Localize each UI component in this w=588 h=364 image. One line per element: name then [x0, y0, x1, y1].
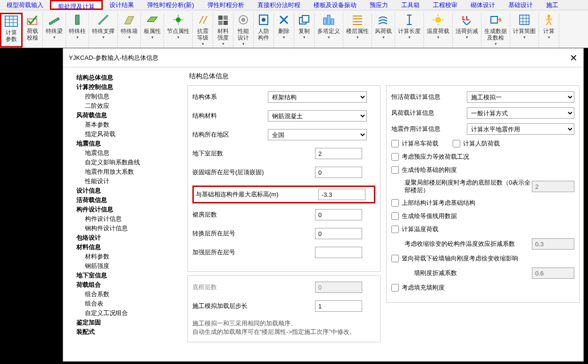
- eq-calc-label: 地震作用计算信息: [391, 125, 467, 133]
- dl-calc-select[interactable]: 施工模拟一: [467, 91, 574, 103]
- tree-node[interactable]: 构件设计信息: [76, 214, 179, 224]
- menu-item[interactable]: 基础设计: [502, 0, 539, 10]
- menu-item[interactable]: 直接积分法时程: [251, 0, 307, 10]
- svg-rect-22: [302, 16, 309, 22]
- chk-defense[interactable]: [453, 140, 460, 147]
- menu-item[interactable]: 砌体设计: [464, 0, 502, 10]
- chk-vertical[interactable]: [391, 255, 399, 262]
- tree-node[interactable]: 设计信息: [76, 186, 179, 195]
- foundation-input[interactable]: [318, 189, 365, 200]
- basement-label: 地下室层数: [192, 149, 315, 158]
- toolbar-button[interactable]: 温度荷载▾: [424, 13, 453, 48]
- chk-infill[interactable]: [391, 284, 399, 291]
- tree-node[interactable]: 钢构件设计信息: [76, 224, 179, 233]
- chk-crane[interactable]: [391, 140, 399, 147]
- toolbar-button[interactable]: 节点属性▾: [164, 13, 193, 48]
- toolbar-button[interactable]: 特殊柱▾: [66, 13, 89, 48]
- tree-node[interactable]: 结构总体信息: [76, 73, 179, 82]
- transfer-input[interactable]: [315, 228, 362, 239]
- menu-item[interactable]: 施工: [539, 0, 565, 10]
- toolbar-button[interactable]: 计算 参数: [0, 13, 23, 48]
- menu-item[interactable]: 设计结果: [103, 0, 141, 10]
- length-icon: [402, 13, 416, 27]
- toolbar-button[interactable]: 计算简图▾: [510, 13, 539, 48]
- toolbar-button[interactable]: 多塔定义▾: [315, 13, 343, 48]
- toolbar-button[interactable]: 计算长度▾: [395, 13, 424, 48]
- tree-node[interactable]: 自定义工况组合: [76, 308, 179, 318]
- toolbar-button[interactable]: 计算▾: [539, 13, 559, 48]
- toolbar-button[interactable]: 生成数据 及数检▾: [481, 13, 510, 48]
- wind-calc-select[interactable]: 一般计算方式: [467, 107, 574, 119]
- tree-node[interactable]: 构件设计信息: [76, 205, 179, 214]
- toolbar-button[interactable]: 风荷载▾: [372, 13, 395, 48]
- podium-input[interactable]: [315, 209, 362, 220]
- tree-node[interactable]: 鉴定加固: [76, 318, 179, 327]
- toolbar-label: 节点属性: [167, 28, 190, 34]
- menu-item[interactable]: 工具箱: [395, 0, 426, 10]
- tree-node[interactable]: 基本参数: [76, 120, 179, 129]
- menu-item[interactable]: 前处理及计算: [50, 0, 103, 10]
- svg-rect-40: [520, 15, 529, 24]
- tree-node[interactable]: 控制信息: [76, 92, 179, 101]
- tree-node[interactable]: 装配式: [76, 327, 179, 337]
- chk-contour[interactable]: [391, 212, 399, 220]
- tree-node[interactable]: 材料参数: [76, 252, 179, 261]
- tree-node[interactable]: 二阶效应: [76, 101, 179, 111]
- embed-input[interactable]: [315, 167, 362, 178]
- chk-temp[interactable]: [391, 226, 399, 233]
- strengthen-input[interactable]: [315, 247, 362, 258]
- tree-node[interactable]: 地下室信息: [76, 271, 179, 280]
- material-select[interactable]: 钢筋混凝土: [268, 110, 367, 121]
- toolbar-button[interactable]: 复制▾: [294, 13, 315, 48]
- svg-point-33: [435, 17, 441, 23]
- menu-item[interactable]: 模型荷载输入: [0, 0, 50, 10]
- toolbar-label: 特殊墙: [121, 28, 138, 34]
- toolbar-button[interactable]: 特殊支撑▾: [89, 13, 118, 48]
- tree-node[interactable]: 地震作用放大系数: [76, 167, 179, 177]
- tree-node[interactable]: 荷载组合: [76, 280, 179, 290]
- tree-node[interactable]: 组合系数: [76, 290, 179, 299]
- tree-node[interactable]: 材料信息: [76, 243, 179, 252]
- tree-node[interactable]: 地震信息: [76, 148, 179, 158]
- struct-system-select[interactable]: 框架结构: [268, 91, 367, 103]
- menu-item[interactable]: 楼板及设备振动: [307, 0, 363, 10]
- chevron-down-icon: ▾: [102, 35, 105, 40]
- slab-icon: [145, 13, 159, 27]
- chevron-down-icon: ▾: [303, 35, 306, 40]
- chk-upper[interactable]: [391, 199, 399, 207]
- menu-item[interactable]: 弹性时程分析: [201, 0, 251, 10]
- toolbar-button[interactable]: 特殊墙▾: [118, 13, 141, 48]
- tree-node[interactable]: 计算控制信息: [76, 82, 179, 92]
- close-icon[interactable]: ✕: [570, 52, 578, 64]
- bottomframe-input: [315, 282, 362, 293]
- toolbar-button[interactable]: 删除▾: [274, 13, 294, 48]
- toolbar-button[interactable]: 楼层属性▾: [343, 13, 372, 48]
- chk-foundation-stiff[interactable]: [391, 166, 399, 174]
- toolbar-button[interactable]: 特殊梁▾: [43, 13, 66, 48]
- toolbar-label: 计算简图: [513, 28, 536, 34]
- region-select[interactable]: 全国: [268, 129, 367, 140]
- tree-node[interactable]: 性能设计: [76, 177, 179, 186]
- tree-node[interactable]: 地震信息: [76, 139, 179, 148]
- chk-prestress[interactable]: [391, 153, 399, 161]
- tree-node[interactable]: 自定义影响系数曲线: [76, 158, 179, 167]
- construct-step-input[interactable]: [315, 300, 362, 312]
- menu-item[interactable]: 预应力: [363, 0, 395, 10]
- toolbar-button[interactable]: 性能 设计▾: [233, 13, 254, 48]
- toolbar-button[interactable]: 板属性▾: [141, 13, 164, 48]
- toolbar-button[interactable]: 材料 强度▾: [213, 13, 233, 48]
- toolbar-button[interactable]: 荷载 校核: [23, 13, 43, 48]
- tree-node[interactable]: 指定风荷载: [76, 129, 179, 139]
- toolbar-button[interactable]: LL活荷折减▾: [453, 13, 481, 48]
- tree-node[interactable]: 钢筋强度: [76, 261, 179, 271]
- menu-item[interactable]: 弹性时程分析(新): [141, 0, 201, 10]
- tree-node[interactable]: 活荷载信息: [76, 195, 179, 205]
- menu-item[interactable]: 工程校审: [426, 0, 464, 10]
- eq-calc-select[interactable]: 计算水平地震作用: [467, 123, 574, 135]
- toolbar-button[interactable]: 人防 构件: [254, 13, 274, 48]
- tree-node[interactable]: 组合表: [76, 299, 179, 308]
- toolbar-button[interactable]: 抗震 等级▾: [193, 13, 213, 48]
- tree-node[interactable]: 风荷载信息: [76, 111, 179, 120]
- tree-node[interactable]: 包络设计: [76, 233, 179, 243]
- basement-input[interactable]: [315, 148, 362, 159]
